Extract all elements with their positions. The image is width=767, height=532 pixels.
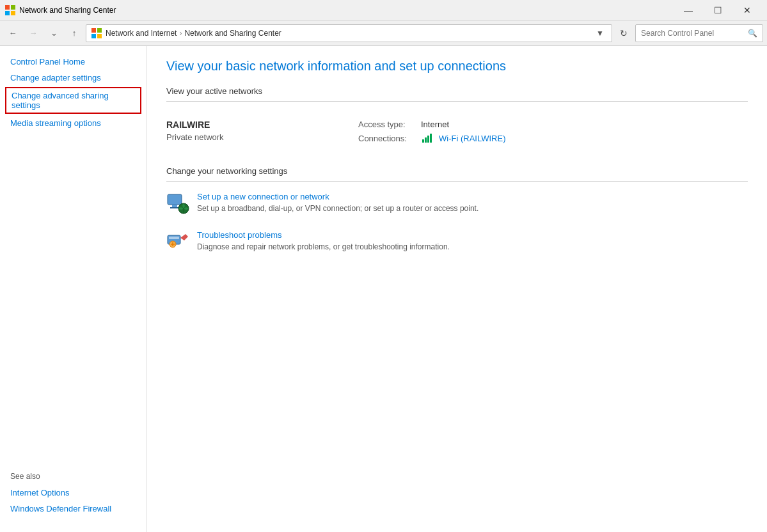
svg-rect-4 — [91, 28, 96, 33]
troubleshoot-item: Troubleshoot problems Diagnose and repai… — [166, 230, 748, 253]
svg-rect-12 — [168, 194, 182, 205]
network-name: RAILWIRE — [166, 120, 358, 130]
recent-button[interactable]: ⌄ — [45, 24, 63, 42]
connections-link[interactable]: Wi-Fi (RAILWIRE) — [421, 133, 505, 143]
connections-row: Connections: Wi-Fi (RAILWIRE) — [358, 133, 505, 143]
see-also-label: See also — [10, 472, 136, 481]
svg-rect-13 — [172, 205, 177, 207]
new-connection-text: Set up a new connection or network Set u… — [197, 192, 478, 213]
main-layout: Control Panel Home Change adapter settin… — [0, 46, 767, 532]
svg-rect-11 — [430, 134, 432, 143]
svg-rect-8 — [422, 139, 424, 143]
network-info-left: RAILWIRE Private network — [166, 120, 358, 142]
svg-rect-14 — [170, 207, 179, 208]
breadcrumb-part1: Network and Internet — [106, 29, 177, 38]
window-title: Network and Sharing Center — [19, 6, 674, 15]
connections-value: Wi-Fi (RAILWIRE) — [439, 134, 505, 143]
new-connection-icon — [166, 192, 189, 215]
address-bar: ← → ⌄ ↑ Network and Internet › Network a… — [0, 20, 767, 46]
connections-label: Connections: — [358, 134, 416, 143]
networking-section: Change your networking settings — [166, 166, 748, 253]
troubleshoot-desc: Diagnose and repair network problems, or… — [197, 242, 450, 251]
new-connection-link[interactable]: Set up a new connection or network — [197, 192, 478, 201]
svg-rect-0 — [5, 5, 10, 10]
breadcrumb-part2: Network and Sharing Center — [184, 29, 281, 38]
network-info-right: Access type: Internet Connections: — [358, 120, 505, 143]
svg-rect-10 — [427, 136, 429, 143]
access-type-value: Internet — [421, 120, 449, 129]
maximize-button[interactable]: ☐ — [703, 0, 732, 20]
svg-rect-2 — [5, 11, 10, 15]
sidebar-nav: Control Panel Home Change adapter settin… — [0, 54, 146, 131]
search-icon[interactable]: 🔍 — [748, 29, 757, 38]
svg-rect-6 — [91, 34, 96, 38]
page-title: View your basic network information and … — [166, 59, 748, 74]
networking-settings-header: Change your networking settings — [166, 166, 748, 176]
sidebar: Control Panel Home Change adapter settin… — [0, 46, 147, 532]
content-area: View your basic network information and … — [147, 46, 767, 532]
search-box[interactable]: 🔍 — [635, 24, 763, 42]
sidebar-item-control-panel-home[interactable]: Control Panel Home — [0, 54, 146, 70]
close-button[interactable]: ✕ — [732, 0, 762, 20]
svg-rect-19 — [169, 237, 179, 239]
access-type-row: Access type: Internet — [358, 120, 505, 129]
window-controls: — ☐ ✕ — [674, 0, 762, 20]
wifi-icon — [421, 133, 434, 143]
sidebar-item-media-streaming[interactable]: Media streaming options — [0, 115, 146, 131]
active-networks-header: View your active networks — [166, 86, 748, 96]
back-button[interactable]: ← — [4, 24, 22, 42]
new-connection-desc: Set up a broadband, dial-up, or VPN conn… — [197, 204, 478, 213]
svg-rect-9 — [425, 137, 427, 143]
address-dropdown-btn[interactable]: ▼ — [594, 29, 606, 38]
sidebar-item-windows-firewall[interactable]: Windows Defender Firewall — [10, 501, 136, 517]
svg-rect-3 — [11, 11, 15, 15]
address-box[interactable]: Network and Internet › Network and Shari… — [86, 24, 612, 42]
sidebar-item-internet-options[interactable]: Internet Options — [10, 485, 136, 501]
sidebar-see-also: See also Internet Options Windows Defend… — [0, 464, 146, 524]
sidebar-item-change-adapter[interactable]: Change adapter settings — [0, 70, 146, 86]
address-icon — [91, 28, 102, 38]
refresh-button[interactable]: ↻ — [615, 24, 633, 42]
svg-rect-7 — [97, 34, 102, 38]
up-button[interactable]: ↑ — [65, 24, 83, 42]
sidebar-item-change-advanced-sharing[interactable]: Change advanced sharing settings — [5, 87, 141, 114]
access-type-label: Access type: — [358, 120, 416, 129]
new-connection-item: Set up a new connection or network Set u… — [166, 192, 748, 215]
svg-rect-5 — [97, 28, 102, 33]
forward-button[interactable]: → — [24, 24, 42, 42]
svg-rect-1 — [11, 5, 15, 10]
troubleshoot-icon — [166, 230, 189, 253]
minimize-button[interactable]: — — [674, 0, 703, 20]
app-icon — [5, 5, 15, 15]
divider-2 — [166, 181, 748, 182]
breadcrumb-sep: › — [179, 29, 182, 38]
network-type: Private network — [166, 132, 358, 142]
divider-1 — [166, 101, 748, 102]
breadcrumb: Network and Internet › Network and Shari… — [106, 29, 594, 38]
title-bar: Network and Sharing Center — ☐ ✕ — [0, 0, 767, 20]
troubleshoot-text: Troubleshoot problems Diagnose and repai… — [197, 230, 450, 251]
search-input[interactable] — [641, 29, 748, 38]
network-card: RAILWIRE Private network Access type: In… — [166, 112, 748, 151]
troubleshoot-link[interactable]: Troubleshoot problems — [197, 230, 450, 240]
